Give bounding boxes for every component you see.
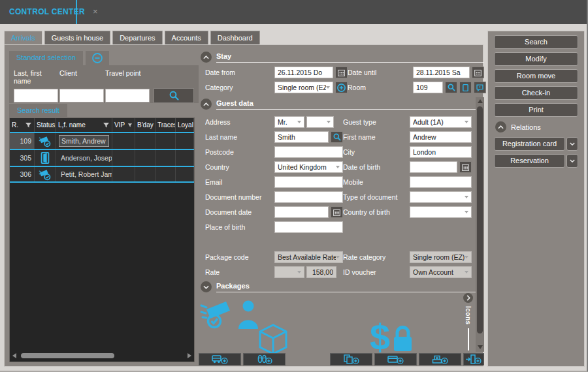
date-of-birth-input[interactable] xyxy=(410,161,457,173)
search-button[interactable]: Search xyxy=(494,35,578,49)
id-voucher-dropdown[interactable]: Own Account xyxy=(410,266,472,278)
date-from-calendar-button[interactable] xyxy=(335,67,348,78)
icons-rail-expand-button[interactable] xyxy=(463,293,473,303)
mobile-input[interactable] xyxy=(410,176,472,188)
collapse-stay-button[interactable] xyxy=(201,52,212,63)
registration-card-dropdown-button[interactable] xyxy=(566,137,578,151)
guest-type-dropdown[interactable]: Adult (1A) xyxy=(410,116,472,128)
category-dropdown[interactable]: Single room (EZ xyxy=(274,82,333,93)
table-row[interactable]: 305 Anderson, Josephine xyxy=(10,149,194,166)
place-of-birth-input[interactable] xyxy=(274,221,343,233)
registration-card-button[interactable]: Registration card xyxy=(494,137,565,151)
checkout-add-button[interactable] xyxy=(463,353,484,365)
filter-search-button[interactable] xyxy=(154,88,194,103)
filter-icon[interactable] xyxy=(25,122,32,129)
table-row-selected[interactable]: 109 Smith, Andrew xyxy=(10,132,194,149)
tab-dashboard[interactable]: Dashboard xyxy=(210,31,260,44)
tab-more-selection[interactable] xyxy=(86,51,109,65)
filter-icon[interactable] xyxy=(103,122,110,129)
salutation-dropdown[interactable]: Mr. xyxy=(274,116,304,128)
money-check-icon[interactable] xyxy=(200,298,235,329)
print-button[interactable]: Print xyxy=(494,103,578,117)
last-name-input[interactable] xyxy=(274,131,329,143)
slippers-add-button[interactable] xyxy=(243,353,286,365)
control-center-window: CONTROL CENTER × Arrivals Guests in hous… xyxy=(0,0,588,372)
rate-amount-input[interactable] xyxy=(306,266,336,278)
collapse-guest-data-button[interactable] xyxy=(201,99,212,110)
close-icon[interactable]: × xyxy=(93,7,98,16)
room-message-button[interactable] xyxy=(474,82,486,93)
collapse-relations-button[interactable] xyxy=(495,121,506,132)
package-code-dropdown[interactable]: Best Available Rate xyxy=(274,251,343,263)
col-room[interactable]: R. xyxy=(10,118,35,132)
col-name[interactable]: L,f. name xyxy=(56,118,112,132)
col-bday[interactable]: B'day xyxy=(135,118,155,132)
title-dropdown[interactable] xyxy=(306,116,334,128)
guest-search-button[interactable] xyxy=(331,131,343,143)
date-of-birth-calendar-button[interactable] xyxy=(459,161,472,173)
window-title-tab[interactable]: CONTROL CENTER × xyxy=(9,7,98,16)
expand-packages-button[interactable] xyxy=(201,281,212,292)
country-dropdown[interactable]: United Kingdom xyxy=(274,161,343,173)
rate-category-dropdown[interactable]: Single room (EZ) xyxy=(410,251,472,263)
city-input[interactable] xyxy=(410,146,472,158)
scroll-down-icon[interactable] xyxy=(478,345,483,349)
date-from-input[interactable] xyxy=(274,67,333,78)
calendar-icon xyxy=(474,69,482,77)
shuttle-add-button[interactable] xyxy=(199,353,241,365)
check-in-button[interactable]: Check-in xyxy=(494,86,578,100)
add-circle-icon xyxy=(336,83,346,93)
add-category-button[interactable] xyxy=(335,82,348,93)
vertical-scrollbar[interactable] xyxy=(476,97,484,352)
rate-code-dropdown[interactable] xyxy=(274,266,304,278)
status-cell xyxy=(35,150,56,166)
first-name-input[interactable] xyxy=(410,131,472,143)
scrollbar-thumb[interactable] xyxy=(21,353,114,358)
tab-standard-selection[interactable]: Standard selection xyxy=(9,51,83,65)
scrollbar-track[interactable] xyxy=(18,353,186,358)
card-add-button[interactable] xyxy=(374,353,417,365)
scroll-up-icon[interactable] xyxy=(478,99,483,103)
scroll-left-icon[interactable] xyxy=(12,353,16,358)
filter-travel-point-input[interactable] xyxy=(105,89,150,102)
col-status[interactable]: Status xyxy=(35,118,56,132)
col-loyalty[interactable]: Loyalty xyxy=(176,118,194,132)
filter-client-input[interactable] xyxy=(59,89,104,102)
document-date-calendar-button[interactable] xyxy=(331,206,343,218)
tab-departures[interactable]: Departures xyxy=(112,31,162,44)
calendar-icon xyxy=(461,163,470,172)
room-move-button[interactable]: Room move xyxy=(494,69,578,83)
email-input[interactable] xyxy=(274,176,343,188)
room-search-button[interactable] xyxy=(445,82,457,93)
filter-name-input[interactable] xyxy=(14,89,58,102)
document-number-input[interactable] xyxy=(274,191,343,203)
rate-lock-icon[interactable]: $ xyxy=(370,317,413,355)
tab-search-result[interactable]: Search result xyxy=(9,104,67,117)
modify-button[interactable]: Modify xyxy=(494,52,578,66)
money-check-icon xyxy=(39,168,52,181)
filter-icon[interactable] xyxy=(127,122,133,129)
table-row[interactable]: 306 Petit, Robert James xyxy=(10,166,194,183)
copy-add-button[interactable] xyxy=(330,353,372,365)
col-vip[interactable]: VIP xyxy=(112,118,135,132)
country-of-birth-dropdown[interactable] xyxy=(410,206,472,218)
reservation-button[interactable]: Reservation xyxy=(494,154,565,168)
terminal-add-button[interactable] xyxy=(419,353,461,365)
document-type-dropdown[interactable] xyxy=(410,191,472,203)
date-until-input[interactable] xyxy=(413,67,470,78)
room-plan-button[interactable] xyxy=(459,82,472,93)
document-date-input[interactable] xyxy=(274,206,329,218)
reservation-dropdown-button[interactable] xyxy=(566,154,578,168)
horizontal-scrollbar[interactable] xyxy=(12,352,191,359)
postcode-input[interactable] xyxy=(274,146,343,158)
tab-guests-in-house[interactable]: Guests in house xyxy=(44,31,111,44)
tab-accounts[interactable]: Accounts xyxy=(165,31,208,44)
date-until-calendar-button[interactable] xyxy=(472,67,484,78)
tab-arrivals[interactable]: Arrivals xyxy=(4,31,42,44)
room-input[interactable] xyxy=(413,82,443,93)
col-traces[interactable]: Traces xyxy=(155,118,176,132)
scrollbar-thumb[interactable] xyxy=(477,106,483,333)
package-box-icon[interactable] xyxy=(255,321,291,355)
scroll-right-icon[interactable] xyxy=(188,353,191,358)
dropdown-arrow-icon xyxy=(465,196,468,198)
